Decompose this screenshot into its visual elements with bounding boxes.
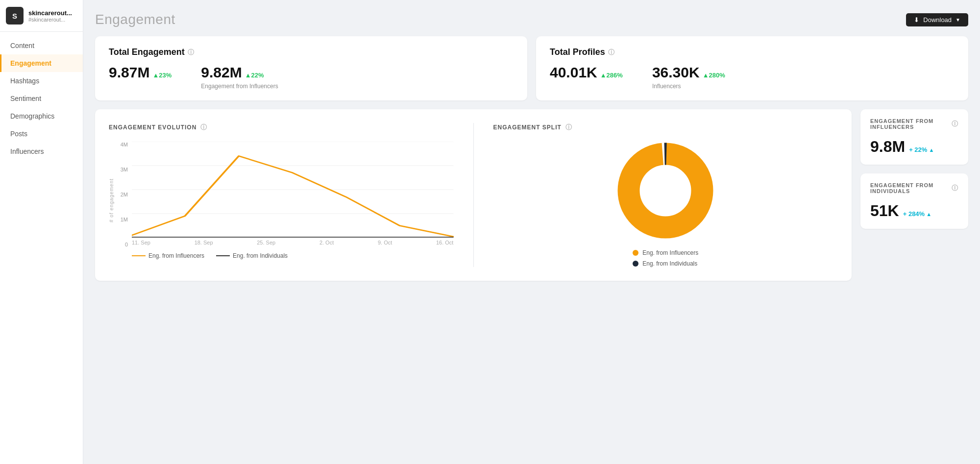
brand-handle: #skincarerout... <box>28 17 72 23</box>
sidebar-item-demographics[interactable]: Demographics <box>0 107 83 125</box>
page-title: Engagement <box>95 12 175 27</box>
header-row: Engagement ⬇ Download ▼ <box>95 12 968 27</box>
side-card-individuals-value: 51K + 284% ▲ <box>870 202 958 220</box>
sidebar: S skincarerout... #skincarerout... Conte… <box>0 0 83 464</box>
total-profiles-card: Total Profiles ⓘ 40.01K ▲286% 36.30K ▲28… <box>536 36 968 100</box>
total-eng-influencer-change: ▲22% <box>245 72 264 79</box>
total-profiles-values: 40.01K ▲286% 36.30K ▲280% Influencers <box>550 64 955 90</box>
side-card-influencers-arrow: ▲ <box>929 147 934 153</box>
info-icon-evolution: ⓘ <box>200 123 207 132</box>
total-eng-main-value: 9.87M ▲23% <box>109 64 172 81</box>
side-card-individuals-title: ENGAGEMENT FROM INDIVIDUALS ⓘ <box>870 182 958 194</box>
x-label-2: 18. Sep <box>195 240 213 245</box>
total-engagement-values: 9.87M ▲23% 9.82M ▲22% Engagement from In… <box>109 64 514 90</box>
x-label-1: 11. Sep <box>132 240 150 245</box>
dot-dark <box>633 261 638 267</box>
y-label-0: 0 <box>125 242 128 247</box>
brand-name: skincarerout... <box>28 9 72 17</box>
legend-black-line <box>216 255 230 256</box>
download-button[interactable]: ⬇ Download ▼ <box>906 13 968 26</box>
y-label-1m: 1M <box>121 217 128 222</box>
sidebar-item-posts[interactable]: Posts <box>0 125 83 143</box>
y-label-4m: 4M <box>121 142 128 147</box>
profiles-main-block: 40.01K ▲286% <box>550 64 623 90</box>
y-label-2m: 2M <box>121 192 128 197</box>
line-chart-legend: Eng. from Influencers Eng. from Individu… <box>132 252 454 259</box>
info-icon: ⓘ <box>188 48 194 57</box>
main-content: Engagement ⬇ Download ▼ Total Engagement… <box>83 0 980 464</box>
nav-menu: Content Engagement Hashtags Sentiment De… <box>0 32 83 165</box>
chart-card: ENGAGEMENT EVOLUTION ⓘ # of engagement 4… <box>95 109 852 281</box>
info-icon-profiles: ⓘ <box>608 48 614 57</box>
total-engagement-card: Total Engagement ⓘ 9.87M ▲23% 9.82M ▲22%… <box>95 36 527 100</box>
x-label-6: 16. Oct <box>436 240 453 245</box>
donut-legend: Eng. from Influencers Eng. from Individu… <box>633 249 698 267</box>
engagement-split-section: ENGAGEMENT SPLIT ⓘ <box>474 123 838 267</box>
total-eng-main-block: 9.87M ▲23% <box>109 64 172 90</box>
total-eng-influencer-block: 9.82M ▲22% Engagement from Influencers <box>201 64 278 90</box>
sidebar-item-sentiment[interactable]: Sentiment <box>0 90 83 107</box>
sidebar-header: S skincarerout... #skincarerout... <box>0 0 83 32</box>
line-chart-svg <box>132 142 454 238</box>
side-card-influencers-title: ENGAGEMENT FROM INFLUENCERS ⓘ <box>870 118 958 130</box>
stat-cards-row: Total Engagement ⓘ 9.87M ▲23% 9.82M ▲22%… <box>95 36 968 100</box>
donut-svg <box>616 142 714 240</box>
side-card-individuals: ENGAGEMENT FROM INDIVIDUALS ⓘ 51K + 284%… <box>860 173 968 229</box>
side-card-influencers: ENGAGEMENT FROM INFLUENCERS ⓘ 9.8M + 22%… <box>860 109 968 165</box>
info-icon-split: ⓘ <box>565 123 572 132</box>
total-eng-influencer-value: 9.82M ▲22% <box>201 64 278 81</box>
avatar: S <box>6 7 24 24</box>
sidebar-item-influencers[interactable]: Influencers <box>0 143 83 160</box>
line-chart-area: # of engagement 4M 3M 2M 1M 0 <box>109 142 454 259</box>
x-label-5: 9. Oct <box>378 240 392 245</box>
sidebar-brand: skincarerout... #skincarerout... <box>28 9 72 23</box>
sidebar-item-content[interactable]: Content <box>0 37 83 54</box>
total-eng-main-change: ▲23% <box>152 72 172 79</box>
legend-individuals: Eng. from Individuals <box>216 252 288 259</box>
sidebar-item-hashtags[interactable]: Hashtags <box>0 72 83 90</box>
profiles-influencer-label: Influencers <box>652 83 725 90</box>
download-label: Download <box>923 16 952 24</box>
side-card-individuals-arrow: ▲ <box>926 211 931 217</box>
side-card-influencers-change: + 22% <box>909 146 927 153</box>
x-label-4: 2. Oct <box>319 240 334 245</box>
total-engagement-title: Total Engagement ⓘ <box>109 47 514 57</box>
influencer-line <box>132 156 454 237</box>
info-icon-side2: ⓘ <box>952 184 958 193</box>
side-card-influencers-value: 9.8M + 22% ▲ <box>870 138 958 156</box>
x-label-3: 25. Sep <box>257 240 275 245</box>
profiles-influencer-block: 36.30K ▲280% Influencers <box>652 64 725 90</box>
legend-influencers: Eng. from Influencers <box>132 252 204 259</box>
engagement-evolution-title: ENGAGEMENT EVOLUTION ⓘ <box>109 123 454 132</box>
total-profiles-title: Total Profiles ⓘ <box>550 47 955 57</box>
donut-center <box>640 165 691 216</box>
profiles-influencer-value: 36.30K ▲280% <box>652 64 725 81</box>
y-axis-title: # of engagement <box>109 178 114 222</box>
side-card-individuals-change: + 284% <box>903 210 925 218</box>
engagement-split-title: ENGAGEMENT SPLIT ⓘ <box>493 123 838 132</box>
sidebar-item-engagement[interactable]: Engagement <box>0 54 83 72</box>
download-icon: ⬇ <box>914 16 919 24</box>
x-axis: 11. Sep 18. Sep 25. Sep 2. Oct 9. Oct 16… <box>132 238 454 245</box>
donut-legend-individuals: Eng. from Individuals <box>633 260 698 267</box>
dot-orange <box>633 250 638 256</box>
chevron-down-icon: ▼ <box>956 17 960 23</box>
info-icon-side1: ⓘ <box>952 120 958 128</box>
chart-svg-wrap: 11. Sep 18. Sep 25. Sep 2. Oct 9. Oct 16… <box>132 142 454 259</box>
legend-orange-line <box>132 255 146 256</box>
profiles-main-value: 40.01K ▲286% <box>550 64 623 81</box>
side-cards: ENGAGEMENT FROM INFLUENCERS ⓘ 9.8M + 22%… <box>860 109 968 281</box>
profiles-main-change: ▲286% <box>600 72 623 79</box>
y-label-3m: 3M <box>121 167 128 172</box>
bottom-row: ENGAGEMENT EVOLUTION ⓘ # of engagement 4… <box>95 109 968 281</box>
total-eng-influencer-label: Engagement from Influencers <box>201 83 278 90</box>
profiles-influencer-change: ▲280% <box>703 72 725 79</box>
donut-legend-influencers: Eng. from Influencers <box>633 249 698 256</box>
donut-chart-wrap: Eng. from Influencers Eng. from Individu… <box>493 142 838 267</box>
